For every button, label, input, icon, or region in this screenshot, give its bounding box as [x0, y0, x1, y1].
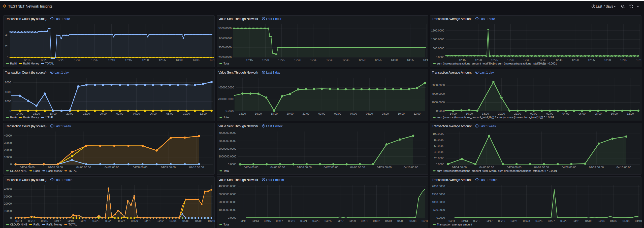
svg-text:CLOUD-NINE: CLOUD-NINE: [10, 223, 27, 226]
svg-text:13:10: 13:10: [209, 58, 215, 61]
svg-text:22:00: 22:00: [514, 112, 521, 115]
svg-text:4000.0000: 4000.0000: [432, 92, 445, 95]
svg-text:0.0000: 0.0000: [436, 109, 445, 112]
svg-text:03/17: 03/17: [54, 219, 61, 222]
svg-text:0.0000: 0.0000: [228, 163, 236, 166]
svg-text:12:15: 12:15: [459, 58, 466, 61]
svg-text:1000.0000: 1000.0000: [432, 201, 445, 204]
svg-text:08:00: 08:00: [595, 112, 602, 115]
svg-text:10:00: 10:00: [611, 112, 618, 115]
svg-text:10000: 10000: [4, 209, 12, 212]
svg-text:04/05 00:00: 04/05 00:00: [48, 166, 63, 169]
svg-text:02:00: 02:00: [116, 112, 123, 115]
svg-text:04/02: 04/02: [585, 219, 592, 222]
svg-text:04/08 00:00: 04/08 00:00: [562, 166, 576, 169]
svg-text:12:40: 12:40: [108, 58, 115, 61]
svg-text:Rafiki: Rafiki: [10, 62, 17, 65]
svg-text:16:00: 16:00: [33, 112, 40, 115]
svg-text:18:00: 18:00: [50, 112, 57, 115]
svg-text:0: 0: [7, 56, 8, 59]
svg-text:30000: 30000: [4, 195, 12, 198]
svg-text:16:00: 16:00: [466, 112, 473, 115]
svg-text:2000: 2000: [5, 100, 11, 103]
svg-text:03/29: 03/29: [131, 219, 138, 222]
svg-text:04/05 00:00: 04/05 00:00: [270, 166, 285, 169]
svg-text:04/07 00:00: 04/07 00:00: [105, 166, 119, 169]
svg-text:16:00: 16:00: [255, 112, 262, 115]
svg-text:03/31: 03/31: [361, 219, 368, 222]
svg-text:20000: 20000: [4, 202, 12, 205]
svg-text:03/19: 03/19: [498, 219, 505, 222]
svg-text:03/15: 03/15: [41, 219, 48, 222]
svg-text:TOTAL: TOTAL: [45, 116, 54, 119]
svg-text:03/13: 03/13: [461, 219, 468, 222]
svg-text:04/04: 04/04: [385, 219, 392, 222]
svg-text:40000: 40000: [4, 134, 12, 137]
svg-text:40.0000: 40.0000: [434, 150, 444, 153]
svg-text:100.0000: 100.0000: [433, 132, 444, 135]
svg-text:13:05: 13:05: [192, 58, 200, 61]
svg-text:03/19: 03/19: [288, 219, 295, 222]
svg-text:03/21: 03/21: [511, 219, 518, 222]
svg-text:sum (increase(transactions_amo: sum (increase(transactions_amount_total[…: [437, 169, 557, 172]
svg-text:sum (increase(transactions_amo: sum (increase(transactions_amount_total[…: [437, 116, 554, 119]
svg-text:500.0000: 500.0000: [433, 47, 444, 50]
svg-text:13:00: 13:00: [604, 58, 611, 61]
svg-text:1000000.0000: 1000000.0000: [219, 155, 236, 158]
svg-text:1000.0000: 1000.0000: [431, 38, 444, 41]
svg-text:14:00: 14:00: [16, 112, 23, 115]
svg-text:03/19: 03/19: [67, 219, 74, 222]
svg-text:12:35: 12:35: [310, 58, 317, 61]
svg-text:13:10: 13:10: [423, 58, 428, 61]
svg-text:12:15: 12:15: [246, 58, 253, 61]
svg-text:0.0000: 0.0000: [436, 216, 445, 219]
svg-text:04/06: 04/06: [182, 219, 189, 222]
svg-text:18:00: 18:00: [482, 112, 489, 115]
svg-text:2000.0000: 2000.0000: [432, 101, 445, 104]
svg-text:20:00: 20:00: [286, 112, 294, 115]
svg-text:12:25: 12:25: [278, 58, 285, 61]
svg-text:18:00: 18:00: [271, 112, 278, 115]
svg-text:03/27: 03/27: [118, 219, 125, 222]
svg-text:04/04: 04/04: [170, 219, 177, 222]
svg-text:03/25: 03/25: [105, 219, 112, 222]
svg-text:04/10: 04/10: [422, 219, 428, 222]
svg-text:TOTAL: TOTAL: [69, 169, 77, 172]
svg-text:12:15: 12:15: [23, 58, 30, 61]
svg-text:12:55: 12:55: [588, 58, 595, 61]
svg-text:03/11: 03/11: [15, 219, 22, 222]
svg-text:04/02: 04/02: [157, 219, 164, 222]
svg-text:12:00: 12:00: [413, 112, 421, 115]
svg-text:12:35: 12:35: [91, 58, 98, 61]
svg-text:1000000.0000: 1000000.0000: [219, 208, 236, 211]
svg-text:500.0000: 500.0000: [433, 208, 445, 211]
svg-text:03/23: 03/23: [523, 219, 530, 222]
svg-text:10:00: 10:00: [183, 112, 190, 115]
svg-text:200000.0000: 200000.0000: [218, 97, 234, 101]
svg-text:Total: Total: [223, 169, 229, 172]
svg-text:3000000.0000: 3000000.0000: [219, 139, 236, 142]
svg-text:1500.0000: 1500.0000: [432, 193, 445, 196]
svg-text:0.0000: 0.0000: [228, 216, 236, 219]
svg-text:Rafiki: Rafiki: [33, 223, 40, 226]
svg-text:12:25: 12:25: [57, 58, 64, 61]
svg-text:12:50: 12:50: [359, 58, 366, 61]
svg-text:03/23: 03/23: [92, 219, 100, 222]
svg-text:13:05: 13:05: [620, 58, 627, 61]
svg-text:12:45: 12:45: [342, 58, 349, 61]
svg-text:12:45: 12:45: [125, 58, 132, 61]
svg-text:Rafiki Money: Rafiki Money: [23, 62, 39, 65]
svg-text:12:40: 12:40: [539, 58, 546, 61]
svg-text:03/29: 03/29: [349, 219, 356, 222]
svg-text:00:00: 00:00: [100, 112, 107, 115]
svg-text:04/10 00:00: 04/10 00:00: [617, 166, 631, 169]
svg-text:12:20: 12:20: [475, 58, 482, 61]
svg-text:04/08: 04/08: [623, 219, 630, 222]
svg-text:12:30: 12:30: [507, 58, 514, 61]
svg-text:12:00: 12:00: [200, 112, 207, 115]
svg-text:13:10: 13:10: [636, 58, 642, 61]
svg-text:04/04 00:00: 04/04 00:00: [20, 166, 35, 169]
svg-text:Total: Total: [223, 62, 229, 65]
svg-text:12:00: 12:00: [627, 112, 634, 115]
svg-text:10:00: 10:00: [398, 112, 405, 115]
